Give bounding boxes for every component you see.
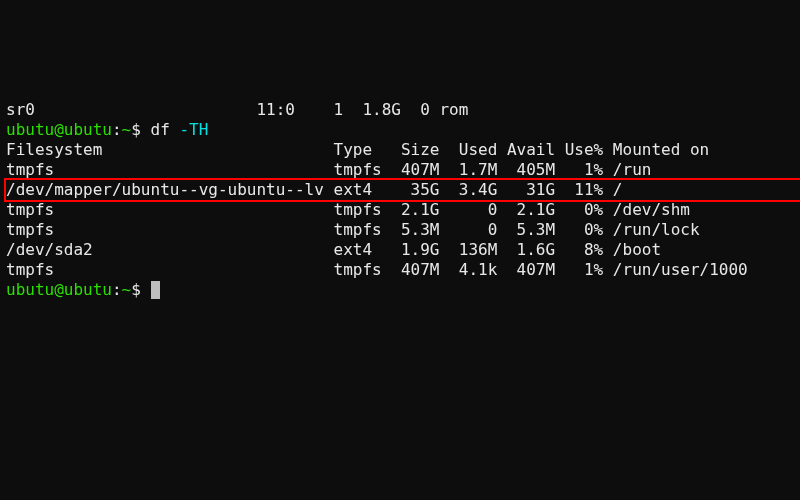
prompt-userhost: ubutu@ubutu xyxy=(6,120,112,139)
prompt-line-1: ubutu@ubutu:~$ df -TH xyxy=(6,120,208,139)
prompt-path: ~ xyxy=(122,280,132,299)
terminal-output: sr0 11:0 1 1.8G 0 rom ubutu@ubutu:~$ df … xyxy=(0,80,800,300)
prompt-userhost: ubutu@ubutu xyxy=(6,280,112,299)
prompt-colon: : xyxy=(112,280,122,299)
cursor-block-icon xyxy=(151,281,160,299)
df-header-row: Filesystem Type Size Used Avail Use% Mou… xyxy=(6,140,709,159)
df-row-root-lv: /dev/mapper/ubuntu--vg-ubuntu--lv ext4 3… xyxy=(6,180,623,199)
df-row: /dev/sda2 ext4 1.9G 136M 1.6G 8% /boot xyxy=(6,240,661,259)
command-flag-th: -TH xyxy=(179,120,208,139)
prompt-colon: : xyxy=(112,120,122,139)
prompt-path: ~ xyxy=(122,120,132,139)
df-row: tmpfs tmpfs 5.3M 0 5.3M 0% /run/lock xyxy=(6,220,700,239)
df-row: tmpfs tmpfs 2.1G 0 2.1G 0% /dev/shm xyxy=(6,200,690,219)
prompt-line-2[interactable]: ubutu@ubutu:~$ xyxy=(6,280,160,299)
prompt-dollar: $ xyxy=(131,280,150,299)
df-row: tmpfs tmpfs 407M 1.7M 405M 1% /run xyxy=(6,160,651,179)
command-df: df xyxy=(151,120,180,139)
df-row-highlighted: /dev/mapper/ubuntu--vg-ubuntu--lv ext4 3… xyxy=(6,180,800,200)
lsblk-leftover-line: sr0 11:0 1 1.8G 0 rom xyxy=(6,100,468,119)
prompt-dollar: $ xyxy=(131,120,150,139)
df-row: tmpfs tmpfs 407M 4.1k 407M 1% /run/user/… xyxy=(6,260,748,279)
